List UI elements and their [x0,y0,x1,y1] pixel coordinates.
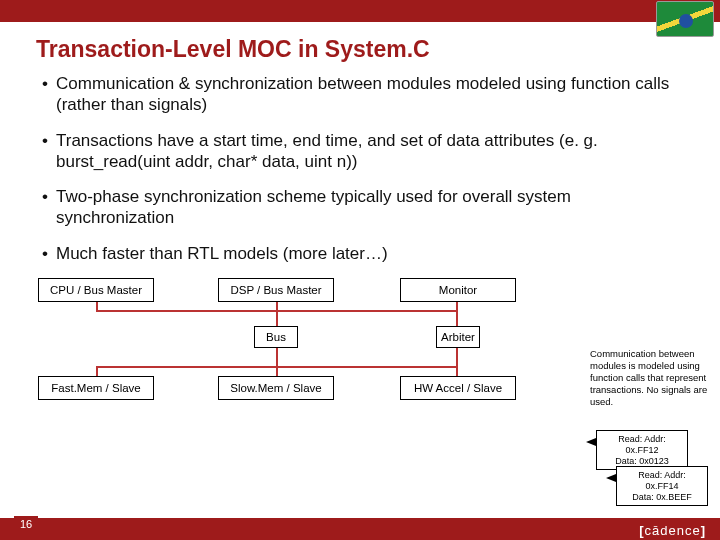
logo: [cādence] [639,523,706,538]
connector [276,310,278,326]
slide-number: 16 [14,516,38,532]
logo-text: cādence [645,523,701,538]
callout-line: Data: 0x0123 [602,456,682,467]
block-hwaccel: HW Accel / Slave [400,376,516,401]
block-slowmem: Slow.Mem / Slave [218,376,334,401]
bullet-list: Communication & synchronization between … [0,73,720,264]
callout-line: Read: Addr: 0x.FF14 [622,470,702,492]
connector [96,366,98,376]
connector [456,348,458,366]
block-dsp: DSP / Bus Master [218,278,334,303]
bullet-item: Communication & synchronization between … [42,73,686,116]
callout-read-2: Read: Addr: 0x.FF14 Data: 0x.BEEF [616,466,708,506]
block-monitor: Monitor [400,278,516,303]
flag-icon [656,1,714,37]
slide-title: Transaction-Level MOC in System.C [0,22,720,73]
top-bar [0,0,720,22]
block-fastmem: Fast.Mem / Slave [38,376,154,401]
block-bus: Bus [254,326,298,349]
arrow-icon [606,474,616,482]
connector [456,310,458,326]
bullet-item: Much faster than RTL models (more later…… [42,243,686,264]
side-note: Communication between modules is modeled… [590,348,714,407]
connector [276,366,278,376]
connector [276,348,278,366]
block-diagram: CPU / Bus Master DSP / Bus Master Monito… [38,278,578,448]
arrow-icon [586,438,596,446]
connector [456,366,458,376]
bullet-item: Transactions have a start time, end time… [42,130,686,173]
block-arbiter: Arbiter [436,326,480,349]
bottom-bar [0,518,720,540]
callout-line: Data: 0x.BEEF [622,492,702,503]
callout-read-1: Read: Addr: 0x.FF12 Data: 0x0123 [596,430,688,470]
block-cpu: CPU / Bus Master [38,278,154,303]
bullet-item: Two-phase synchronization scheme typical… [42,186,686,229]
callout-line: Read: Addr: 0x.FF12 [602,434,682,456]
